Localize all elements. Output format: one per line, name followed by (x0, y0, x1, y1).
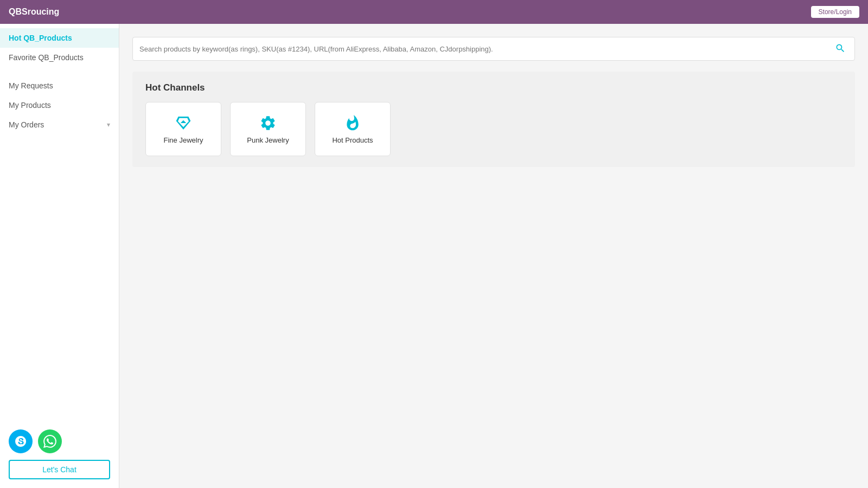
search-bar (132, 37, 855, 61)
channel-card-fine-jewelry[interactable]: Fine Jewelry (145, 102, 221, 156)
search-icon (835, 43, 846, 54)
fine-jewelry-label: Fine Jewelry (164, 136, 203, 144)
sidebar-nav: Hot QB_Products Favorite QB_Products My … (0, 24, 119, 421)
hot-channels-section: Hot Channels Fine Jewelry (132, 72, 855, 167)
content-area: Hot Channels Fine Jewelry (119, 24, 868, 488)
header: QBSroucing Store/Login (0, 0, 868, 24)
sidebar-item-my-products[interactable]: My Products (0, 95, 119, 115)
sidebar-item-hot-qb-products[interactable]: Hot QB_Products (0, 28, 119, 48)
fire-icon (344, 114, 361, 132)
hot-channels-title: Hot Channels (145, 82, 842, 93)
gear-icon (259, 114, 277, 132)
chevron-down-icon: ▾ (107, 121, 110, 129)
sidebar-item-my-orders[interactable]: My Orders ▾ (0, 115, 119, 134)
channel-card-punk-jewelry[interactable]: Punk Jewelry (230, 102, 306, 156)
sidebar-item-my-requests[interactable]: My Requests (0, 76, 119, 95)
sidebar-bottom: Let's Chat (0, 421, 119, 488)
lets-chat-button[interactable]: Let's Chat (9, 460, 110, 479)
search-button[interactable] (833, 41, 848, 57)
channel-cards: Fine Jewelry Punk Jewelry (145, 102, 842, 156)
sidebar: Hot QB_Products Favorite QB_Products My … (0, 24, 119, 488)
search-input[interactable] (139, 45, 833, 53)
punk-jewelry-label: Punk Jewelry (247, 136, 289, 144)
sidebar-divider (0, 67, 119, 76)
diamond-icon (175, 114, 192, 132)
main-layout: Hot QB_Products Favorite QB_Products My … (0, 24, 868, 488)
whatsapp-icon[interactable] (38, 429, 62, 453)
skype-icon[interactable] (9, 429, 33, 453)
login-button[interactable]: Store/Login (811, 6, 859, 18)
hot-products-label: Hot Products (332, 136, 373, 144)
chat-icons (9, 429, 62, 453)
sidebar-item-favorite-qb-products[interactable]: Favorite QB_Products (0, 48, 119, 67)
logo: QBSroucing (9, 7, 59, 17)
channel-card-hot-products[interactable]: Hot Products (315, 102, 391, 156)
